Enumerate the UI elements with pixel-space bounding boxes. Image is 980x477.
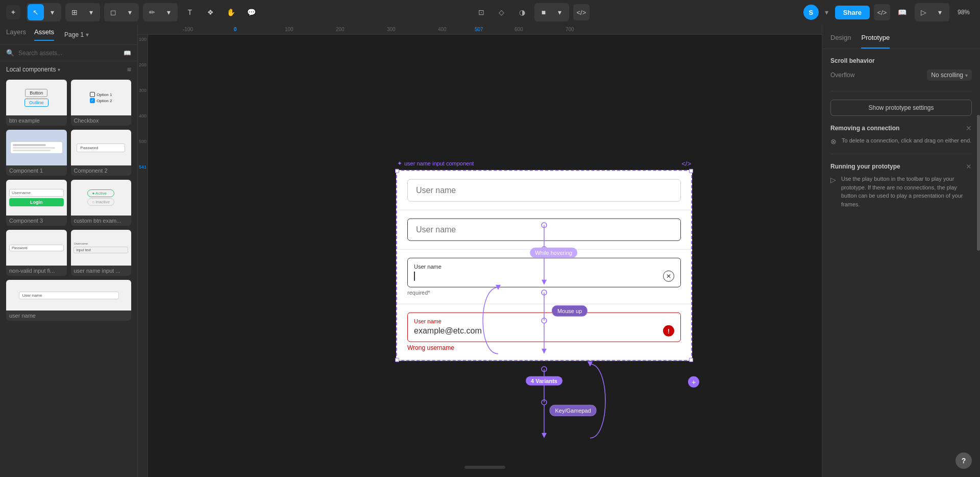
zoom-level[interactable]: 98% (953, 7, 974, 18)
embed-btn[interactable]: </> (874, 4, 890, 20)
avatar-dropdown-btn[interactable]: ▾ (823, 4, 831, 20)
comment-tool-btn[interactable]: 💬 (243, 4, 259, 20)
fill-btn[interactable]: ■ (535, 4, 552, 20)
frame-label: ✦ user name input component (397, 160, 474, 167)
ruler-mark: 400 (438, 27, 447, 32)
move-tool-btn[interactable]: ↖ (28, 4, 44, 20)
canvas-content[interactable]: ✦ user name input component </> (148, 35, 822, 477)
component-label: Component 2 (71, 165, 132, 176)
shape-dropdown-btn[interactable]: ▾ (121, 4, 138, 20)
shape-tool-btn[interactable]: ◻ (105, 4, 121, 20)
variant-focused (397, 210, 691, 250)
list-item[interactable]: Username Login Component 3 (6, 180, 67, 226)
preview-content: Password (77, 144, 125, 152)
canvas-area[interactable]: -100 0 100 200 300 400 507 600 700 100 2… (138, 25, 822, 477)
key-gamepad-label: Key/Gamepad (550, 405, 597, 416)
right-sidebar-scrollbar[interactable] (977, 115, 980, 251)
tab-design[interactable]: Design (830, 34, 851, 49)
last-card-row: User name user name (0, 280, 137, 321)
help-btn[interactable]: ? (955, 452, 972, 469)
search-area: 🔍 📖 (0, 45, 137, 61)
removing-connection-section: Removing a connection ✕ ⊗ To delete a co… (830, 124, 972, 146)
asset-view-btn[interactable]: ◇ (494, 4, 510, 20)
share-button[interactable]: Share (835, 6, 870, 19)
list-item[interactable]: User name user name (6, 280, 131, 321)
fill-group: ■ ▾ (534, 3, 569, 21)
input-active-row: ✕ (414, 271, 674, 282)
ruler-left-mark: 200 (139, 62, 146, 67)
list-item[interactable]: Component 1 (6, 130, 67, 176)
theme-btn[interactable]: ◑ (514, 4, 530, 20)
left-sidebar: Layers Assets Page 1 ▾ 🔍 📖 Local compone… (0, 25, 138, 477)
close-removing-btn[interactable]: ✕ (966, 124, 972, 132)
list-icon[interactable]: ≡ (127, 65, 131, 74)
book-icon[interactable]: 📖 (124, 50, 131, 57)
component-preview (6, 130, 67, 165)
frame-tool-btn[interactable]: ⊞ (66, 4, 83, 20)
tab-prototype[interactable]: Prototype (861, 34, 890, 49)
component-preview: Option 1 ✓Option 2 (71, 80, 132, 115)
variant-error: User name example@etc.com ! Wrong userna… (397, 304, 691, 360)
user-avatar-btn[interactable]: S (803, 5, 819, 20)
delete-connection-icon: ⊗ (830, 137, 837, 146)
list-item[interactable]: Option 1 ✓Option 2 Checkbox (71, 80, 132, 126)
overflow-chevron-icon: ▾ (965, 73, 968, 78)
close-running-btn[interactable]: ✕ (966, 162, 972, 171)
corner-handle-tl[interactable] (395, 169, 399, 173)
sidebar-top: Layers Assets Page 1 ▾ (0, 25, 137, 45)
info-section-header: Removing a connection ✕ (830, 124, 972, 132)
book-btn[interactable]: 📖 (894, 4, 911, 20)
list-item[interactable]: Button Outline btn example (6, 80, 67, 126)
app-logo[interactable]: ✦ (6, 5, 20, 19)
component-label: Checkbox (71, 115, 132, 126)
input-active-wrapper: User name ✕ (407, 258, 681, 288)
component-label: custom btn exam... (71, 216, 132, 226)
component-label: btn example (6, 115, 67, 126)
component-label: user name (6, 311, 131, 321)
move-tool-group: ↖ ▾ (27, 3, 61, 21)
list-item[interactable]: Password non-valid input fi... (6, 230, 67, 276)
add-variant-btn[interactable]: + (688, 376, 699, 388)
divider-2 (830, 154, 972, 154)
list-item[interactable]: ● Active ○ Inactive custom btn exam... (71, 180, 132, 226)
component-preview: Password (6, 230, 67, 266)
page-selector[interactable]: Page 1 ▾ (62, 31, 91, 38)
ruler-mark-zero: 0 (234, 27, 237, 32)
input-active-label: User name (414, 264, 674, 270)
component-frame-wrapper: ✦ user name input component </> (396, 170, 692, 361)
tab-assets[interactable]: Assets (34, 28, 54, 41)
text-tool-btn[interactable]: T (182, 4, 198, 20)
input-focused[interactable] (407, 219, 681, 241)
component-label: user name input ... (71, 266, 132, 276)
play-dropdown[interactable]: ▾ (932, 4, 948, 20)
code-view-btn[interactable]: </> (573, 4, 590, 20)
component-frame[interactable]: ✦ user name input component </> (396, 170, 692, 361)
play-group: ▷ ▾ (915, 3, 949, 21)
show-prototype-settings-btn[interactable]: Show prototype settings (830, 100, 972, 116)
frame-title: user name input component (404, 160, 474, 166)
list-item[interactable]: Username input text user name input ... (71, 230, 132, 276)
components-tool-btn[interactable]: ❖ (202, 4, 218, 20)
ruler-mark: 300 (387, 27, 396, 32)
hand-tool-btn[interactable]: ✋ (223, 4, 239, 20)
search-input[interactable] (18, 50, 119, 57)
overflow-label: Overflow (830, 71, 854, 79)
pen-tool-btn[interactable]: ✏ (144, 4, 160, 20)
tab-layers[interactable]: Layers (6, 28, 26, 41)
layers-view-btn[interactable]: ⊡ (473, 4, 489, 20)
toolbar-right: S ▾ Share </> 📖 ▷ ▾ 98% (803, 3, 974, 21)
list-item[interactable]: Password Component 2 (71, 130, 132, 176)
move-dropdown-btn[interactable]: ▾ (44, 4, 60, 20)
input-default[interactable] (407, 179, 681, 202)
frame-dropdown-btn[interactable]: ▾ (83, 4, 99, 20)
canvas-scrollbar-h[interactable] (464, 466, 505, 469)
fill-dropdown[interactable]: ▾ (552, 4, 568, 20)
pen-dropdown-btn[interactable]: ▾ (160, 4, 177, 20)
shape-tool-group: ◻ ▾ (104, 3, 139, 21)
overflow-dropdown[interactable]: No scrolling ▾ (927, 69, 972, 81)
right-sidebar-tabs: Design Prototype (822, 25, 980, 49)
play-btn[interactable]: ▷ (916, 4, 932, 20)
variants-badge: 4 Variants (526, 376, 562, 386)
corner-handle-tr[interactable] (689, 169, 693, 173)
input-clear-icon[interactable]: ✕ (663, 271, 674, 282)
